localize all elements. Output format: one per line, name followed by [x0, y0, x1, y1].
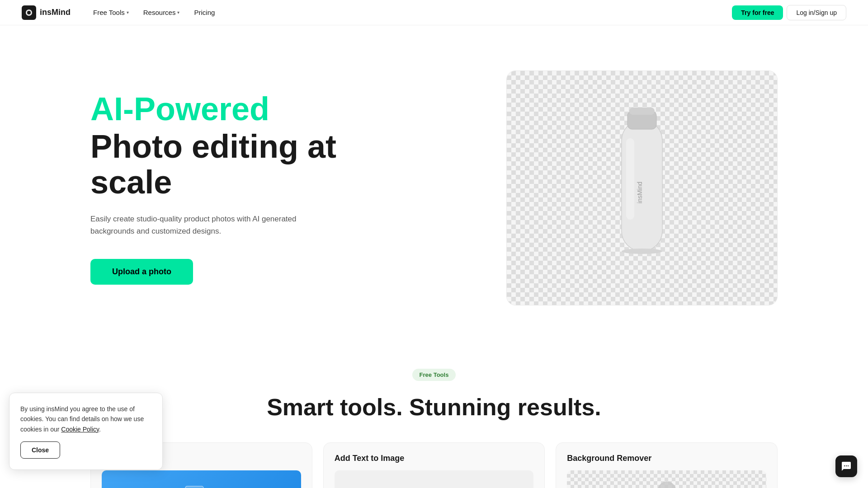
free-tools-badge: Free Tools: [412, 369, 456, 381]
svg-text:insMind: insMind: [636, 182, 643, 203]
section-header: Free Tools Smart tools. Stunning results…: [90, 369, 778, 421]
tool-card-preview-add-text: Add text...: [335, 470, 534, 488]
svg-rect-8: [185, 486, 203, 488]
chat-icon: [841, 461, 852, 472]
product-tube-image: insMind: [597, 102, 687, 274]
hero-image-area: insMind: [506, 70, 778, 305]
hero-title-main: Photo editing at scale: [90, 129, 362, 200]
svg-point-16: [846, 465, 847, 466]
tools-grid: Smart Resize ⊞ Add Text to Image Add tex…: [90, 442, 778, 488]
svg-point-17: [848, 465, 849, 466]
nav-resources[interactable]: Resources ▾: [137, 5, 186, 20]
hero-title-ai: AI-Powered: [90, 91, 362, 127]
navbar-left: insMind Free Tools ▾ Resources ▾ Pricing: [22, 5, 221, 20]
smart-resize-preview-icon: ⊞: [183, 484, 219, 488]
nav-links: Free Tools ▾ Resources ▾ Pricing: [87, 5, 221, 20]
svg-rect-14: [658, 482, 676, 488]
navbar: insMind Free Tools ▾ Resources ▾ Pricing…: [0, 0, 868, 25]
tool-card-title-add-text: Add Text to Image: [335, 454, 534, 463]
upload-photo-button[interactable]: Upload a photo: [90, 259, 193, 285]
svg-rect-4: [629, 108, 655, 115]
cookie-policy-link[interactable]: Cookie Policy: [61, 426, 99, 433]
nav-pricing[interactable]: Pricing: [188, 5, 221, 20]
chevron-down-icon: ▾: [177, 10, 179, 15]
cookie-banner: By using insMind you agree to the use of…: [9, 393, 163, 470]
add-text-preview-icon: Add text...: [416, 484, 452, 488]
svg-rect-6: [626, 138, 634, 220]
nav-free-tools[interactable]: Free Tools ▾: [87, 5, 135, 20]
logo[interactable]: insMind: [22, 5, 71, 20]
logo-icon: [22, 5, 36, 20]
tool-card-bg-remover: Background Remover: [556, 442, 778, 488]
cookie-close-button[interactable]: Close: [20, 441, 60, 459]
hero-product-image-container: insMind: [507, 71, 777, 305]
tool-card-preview-bg-remover: [567, 470, 766, 488]
logo-name: insMind: [40, 8, 71, 17]
try-for-free-button[interactable]: Try for free: [732, 5, 783, 20]
cookie-message: By using insMind you agree to the use of…: [20, 404, 151, 434]
chat-button[interactable]: [835, 455, 857, 477]
chevron-down-icon: ▾: [127, 10, 129, 15]
svg-point-15: [844, 465, 845, 466]
hero-left: AI-Powered Photo editing at scale Easily…: [90, 91, 362, 285]
tool-card-title-bg-remover: Background Remover: [567, 454, 766, 463]
svg-point-1: [27, 11, 31, 14]
navbar-right: Try for free Log in/Sign up: [732, 5, 846, 20]
section-title: Smart tools. Stunning results.: [90, 394, 778, 421]
hero-section: AI-Powered Photo editing at scale Easily…: [0, 25, 868, 342]
hero-subtitle: Easily create studio-quality product pho…: [90, 213, 307, 237]
tool-card-preview-smart-resize: ⊞: [102, 470, 301, 488]
login-signup-button[interactable]: Log in/Sign up: [787, 5, 846, 20]
svg-point-7: [622, 249, 662, 254]
tool-card-add-text: Add Text to Image Add text...: [323, 442, 545, 488]
bg-remover-preview-icon: [653, 479, 680, 488]
